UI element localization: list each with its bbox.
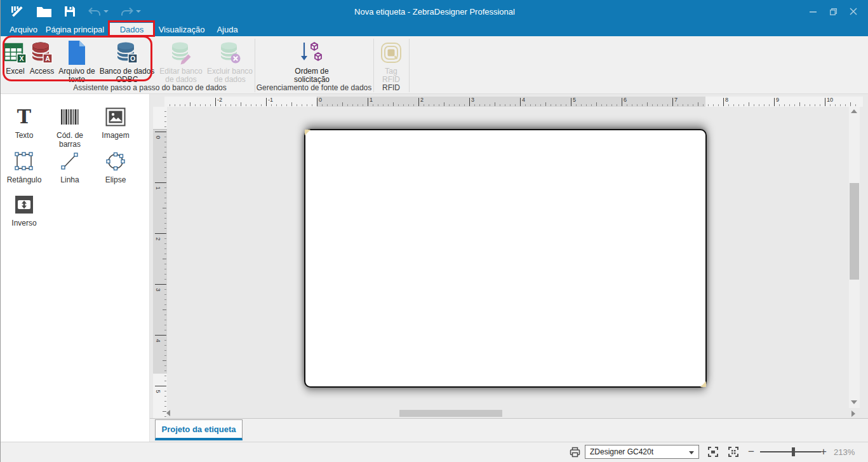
- image-tool-icon: [105, 105, 126, 128]
- printer-select[interactable]: ZDesigner GC420t: [585, 445, 699, 459]
- prompt-order-icon: [298, 39, 325, 66]
- tab-arquivo[interactable]: Arquivo: [7, 23, 40, 36]
- rfid-tag-icon: [380, 39, 403, 66]
- delete-database-button: Excluir banco de dados: [205, 38, 255, 84]
- text-file-database-button[interactable]: Arquivo de texto: [57, 38, 97, 84]
- design-tab-bar: Projeto da etiqueta: [150, 418, 868, 442]
- tab-visualizacao[interactable]: Visualização: [159, 23, 204, 36]
- status-bar: ZDesigner GC420t − + 213%: [1, 442, 868, 462]
- tool-label: Inverso: [11, 219, 36, 228]
- printer-icon: [569, 446, 581, 458]
- ribbon-dados: X Excel A Access: [1, 36, 868, 94]
- tool-label: Cód. de barras: [57, 131, 83, 149]
- tab-pagina-principal[interactable]: Página principal: [43, 23, 107, 36]
- object-toolbox: T Texto Cód. de barras Image: [1, 94, 150, 442]
- tool-label: Imagem: [102, 131, 129, 140]
- zoom-out-button[interactable]: −: [746, 445, 756, 459]
- quick-access-toolbar: [10, 3, 141, 20]
- fit-to-label-button[interactable]: [707, 445, 719, 458]
- tool-label: Retângulo: [7, 175, 42, 184]
- tool-imagem[interactable]: Imagem: [93, 105, 138, 140]
- tool-texto[interactable]: T Texto: [2, 105, 46, 140]
- tab-ajuda[interactable]: Ajuda: [214, 23, 241, 36]
- design-canvas[interactable]: -2-1012345678910 012345: [150, 94, 868, 418]
- ribbon-button-label: Banco de dados ODBC: [100, 67, 155, 84]
- ribbon-button-label: Editar banco de dados: [159, 67, 202, 84]
- minimize-button[interactable]: [803, 0, 823, 23]
- odbc-database-icon: O: [115, 39, 139, 66]
- vertical-ruler: 012345: [153, 107, 167, 419]
- ribbon-group-separator: [409, 39, 410, 92]
- zoom-level: 213%: [834, 447, 865, 457]
- ribbon-button-label: Tag RFID: [382, 67, 400, 84]
- app-logo-icon[interactable]: [10, 3, 25, 20]
- zebradesigner-window: Nova etiqueta - ZebraDesigner Profession…: [0, 0, 868, 462]
- fit-to-objects-button[interactable]: [727, 445, 740, 458]
- tool-linha[interactable]: Linha: [48, 150, 92, 184]
- ribbon-button-label: Ordem de solicitação: [294, 67, 330, 84]
- zoom-slider-track[interactable]: [760, 451, 821, 452]
- access-icon: A: [30, 39, 54, 66]
- scroll-up-icon[interactable]: [851, 109, 857, 113]
- horizontal-ruler: -2-1012345678910: [164, 97, 863, 107]
- redo-icon[interactable]: [120, 3, 141, 20]
- tool-codigo-de-barras[interactable]: Cód. de barras: [48, 105, 92, 149]
- tool-elipse[interactable]: Elipse: [93, 150, 138, 184]
- scroll-left-icon[interactable]: [166, 410, 170, 416]
- odbc-database-button[interactable]: O Banco de dados ODBC: [97, 38, 157, 84]
- save-icon[interactable]: [63, 3, 76, 20]
- text-tool-icon: T: [17, 105, 31, 128]
- group-label-rfid: RFID: [373, 83, 409, 93]
- ribbon-group-datasource-management: Ordem de solicitação: [280, 38, 344, 84]
- ribbon-group-database-wizard: X Excel A Access: [3, 38, 255, 84]
- label-design-surface[interactable]: [304, 129, 707, 388]
- chevron-down-icon: [689, 451, 694, 454]
- excel-icon: X: [3, 39, 27, 66]
- ribbon-button-label: Arquivo de texto: [58, 67, 95, 84]
- delete-database-icon: [218, 39, 242, 66]
- tab-projeto-da-etiqueta[interactable]: Projeto da etiqueta: [155, 419, 243, 440]
- edit-database-icon: [169, 39, 193, 66]
- maximize-button[interactable]: [823, 0, 843, 23]
- rectangle-tool-icon: [13, 150, 35, 173]
- excel-button[interactable]: X Excel: [3, 38, 27, 76]
- printer-select-value: ZDesigner GC420t: [590, 447, 653, 456]
- undo-dropdown-icon[interactable]: [103, 10, 109, 13]
- vertical-scrollbar[interactable]: [849, 107, 860, 408]
- undo-icon[interactable]: [88, 3, 109, 20]
- zoom-slider-thumb[interactable]: [792, 447, 795, 456]
- tool-retangulo[interactable]: Retângulo: [2, 150, 46, 184]
- rfid-tag-button: Tag RFID: [375, 38, 407, 84]
- barcode-tool-icon: [60, 105, 79, 128]
- redo-dropdown-icon[interactable]: [136, 10, 141, 13]
- tool-inverso[interactable]: Inverso: [2, 193, 46, 228]
- svg-text:A: A: [45, 55, 50, 62]
- svg-text:O: O: [130, 55, 135, 62]
- ribbon-button-label: Excluir banco de dados: [207, 67, 253, 84]
- access-button[interactable]: A Access: [27, 38, 57, 76]
- group-label-datasource-management: Gerenciamento de fonte de dados: [255, 83, 373, 93]
- tool-label: Linha: [60, 175, 79, 184]
- scroll-right-icon[interactable]: [851, 411, 855, 417]
- ribbon-tab-bar: Arquivo Página principal Dados Visualiza…: [1, 23, 868, 36]
- ribbon-button-label: Excel: [6, 67, 24, 76]
- close-button[interactable]: [843, 0, 864, 23]
- prompt-order-button[interactable]: Ordem de solicitação: [280, 38, 344, 84]
- ribbon-group-rfid: Tag RFID: [375, 38, 407, 84]
- tab-dados[interactable]: Dados: [110, 23, 154, 36]
- edit-database-button: Editar banco de dados: [157, 38, 205, 84]
- ribbon-button-label: Access: [30, 67, 55, 76]
- title-bar: Nova etiqueta - ZebraDesigner Profession…: [1, 0, 868, 23]
- text-file-icon: [66, 39, 88, 66]
- line-tool-icon: [59, 150, 81, 173]
- window-controls: [803, 0, 864, 23]
- scroll-down-icon[interactable]: [851, 400, 857, 404]
- zoom-in-button[interactable]: +: [818, 445, 829, 459]
- svg-text:X: X: [19, 55, 23, 62]
- horizontal-scrollbar-thumb[interactable]: [399, 410, 502, 417]
- open-file-icon[interactable]: [36, 3, 52, 20]
- vertical-scrollbar-thumb[interactable]: [850, 183, 859, 280]
- inverse-tool-icon: [15, 193, 34, 216]
- group-label-database-wizard: Assistente passo a passo do banco de dad…: [45, 83, 255, 93]
- tool-label: Texto: [15, 131, 34, 140]
